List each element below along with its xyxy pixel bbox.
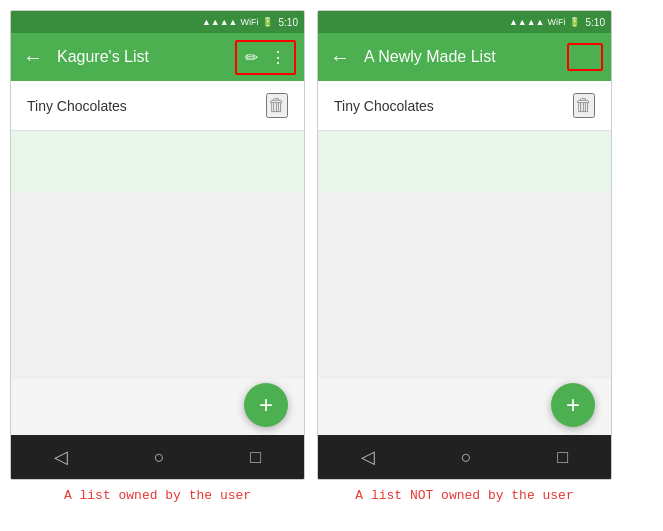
right-list-item: Tiny Chocolates 🗑 [318, 81, 611, 131]
right-section-top [318, 131, 611, 191]
left-more-button[interactable]: ⋮ [266, 44, 290, 71]
left-nav-home-icon: ○ [154, 447, 165, 468]
left-fab-container: + [11, 379, 304, 435]
left-nav-home-button[interactable]: ○ [154, 447, 165, 468]
right-action-placeholder-highlighted [567, 43, 603, 71]
right-signal-icon: ▲▲▲▲ [509, 17, 545, 27]
right-item-text: Tiny Chocolates [334, 98, 434, 114]
left-nav-back-button[interactable]: ◁ [54, 446, 68, 468]
right-time: 5:10 [586, 17, 605, 28]
right-nav-recents-button[interactable]: □ [557, 447, 568, 468]
right-section-bottom [318, 191, 611, 379]
left-status-bar: ▲▲▲▲ WiFi 🔋 5:10 [11, 11, 304, 33]
right-battery-icon: 🔋 [569, 17, 580, 27]
left-edit-button[interactable]: ✏ [241, 44, 262, 71]
left-screen-title: Kagure's List [57, 48, 235, 66]
left-time: 5:10 [279, 17, 298, 28]
left-fab-plus-icon: + [259, 391, 273, 419]
left-item-text: Tiny Chocolates [27, 98, 127, 114]
signal-icon: ▲▲▲▲ [202, 17, 238, 27]
left-nav-recents-icon: □ [250, 447, 261, 468]
right-screen-title: A Newly Made List [364, 48, 567, 66]
left-section-top [11, 131, 304, 191]
left-caption: A list owned by the user [10, 488, 305, 523]
right-back-arrow-icon: ← [330, 46, 350, 69]
right-status-icons: ▲▲▲▲ WiFi 🔋 5:10 [509, 17, 605, 28]
left-delete-button[interactable]: 🗑 [266, 93, 288, 118]
left-section-bottom [11, 191, 304, 379]
left-list-content: Tiny Chocolates 🗑 [11, 81, 304, 379]
right-list-body [318, 131, 611, 379]
right-nav-home-icon: ○ [461, 447, 472, 468]
right-delete-button[interactable]: 🗑 [573, 93, 595, 118]
left-status-icons: ▲▲▲▲ WiFi 🔋 5:10 [202, 17, 298, 28]
right-nav-bar: ◁ ○ □ [318, 435, 611, 479]
left-back-arrow-icon: ← [23, 46, 43, 69]
battery-icon: 🔋 [262, 17, 273, 27]
right-back-button[interactable]: ← [326, 42, 354, 73]
left-nav-recents-button[interactable]: □ [250, 447, 261, 468]
right-fab-button[interactable]: + [551, 383, 595, 427]
right-nav-back-icon: ◁ [361, 446, 375, 468]
screens-row: ▲▲▲▲ WiFi 🔋 5:10 ← Kagure's List ✏ ⋮ [0, 0, 663, 480]
left-list-body [11, 131, 304, 379]
right-status-bar: ▲▲▲▲ WiFi 🔋 5:10 [318, 11, 611, 33]
left-list-item: Tiny Chocolates 🗑 [11, 81, 304, 131]
right-app-bar: ← A Newly Made List [318, 33, 611, 81]
more-dots-icon: ⋮ [270, 48, 286, 67]
right-caption: A list NOT owned by the user [317, 488, 612, 523]
wifi-icon: WiFi [241, 17, 259, 27]
left-nav-back-icon: ◁ [54, 446, 68, 468]
left-nav-bar: ◁ ○ □ [11, 435, 304, 479]
left-app-bar: ← Kagure's List ✏ ⋮ [11, 33, 304, 81]
right-fab-container: + [318, 379, 611, 435]
captions-row: A list owned by the user A list NOT owne… [0, 480, 663, 531]
right-nav-back-button[interactable]: ◁ [361, 446, 375, 468]
right-nav-home-button[interactable]: ○ [461, 447, 472, 468]
right-list-content: Tiny Chocolates 🗑 [318, 81, 611, 379]
right-nav-recents-icon: □ [557, 447, 568, 468]
right-phone-screen: ▲▲▲▲ WiFi 🔋 5:10 ← A Newly Made List Tin… [317, 10, 612, 480]
right-wifi-icon: WiFi [548, 17, 566, 27]
right-fab-plus-icon: + [566, 391, 580, 419]
left-fab-button[interactable]: + [244, 383, 288, 427]
left-phone-screen: ▲▲▲▲ WiFi 🔋 5:10 ← Kagure's List ✏ ⋮ [10, 10, 305, 480]
left-action-buttons-highlighted: ✏ ⋮ [235, 40, 296, 75]
left-back-button[interactable]: ← [19, 42, 47, 73]
pencil-icon: ✏ [245, 48, 258, 67]
